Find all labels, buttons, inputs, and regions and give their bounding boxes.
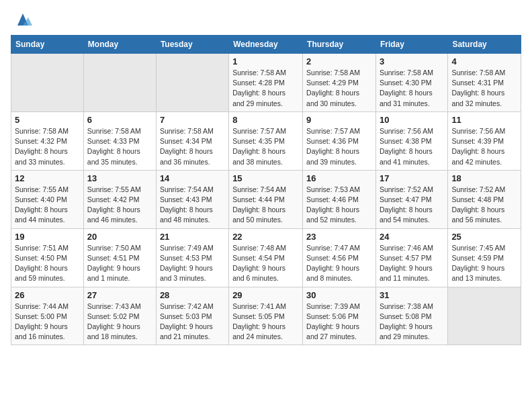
calendar-cell: 31 Sunrise: 7:38 AM Sunset: 5:08 PM Dayl… <box>375 287 447 345</box>
day-info: Sunrise: 7:58 AM Sunset: 4:30 PM Dayligh… <box>380 68 433 107</box>
day-number: 8 <box>232 115 299 125</box>
day-number: 3 <box>380 56 444 66</box>
day-number: 1 <box>232 56 299 66</box>
day-number: 21 <box>160 232 225 242</box>
calendar-cell: 26 Sunrise: 7:44 AM Sunset: 5:00 PM Dayl… <box>11 287 84 345</box>
day-number: 15 <box>232 173 299 183</box>
day-info: Sunrise: 7:46 AM Sunset: 4:57 PM Dayligh… <box>380 244 433 283</box>
calendar-cell: 22 Sunrise: 7:48 AM Sunset: 4:54 PM Dayl… <box>229 228 303 287</box>
weekday-header: Monday <box>83 36 156 54</box>
day-number: 14 <box>160 173 225 183</box>
day-info: Sunrise: 7:58 AM Sunset: 4:29 PM Dayligh… <box>306 68 360 107</box>
logo-icon <box>13 11 32 30</box>
day-info: Sunrise: 7:42 AM Sunset: 5:03 PM Dayligh… <box>160 302 214 341</box>
calendar-cell: 18 Sunrise: 7:52 AM Sunset: 4:48 PM Dayl… <box>448 170 521 228</box>
day-number: 22 <box>232 232 299 242</box>
day-info: Sunrise: 7:56 AM Sunset: 4:39 PM Dayligh… <box>451 127 505 166</box>
day-number: 27 <box>87 290 152 300</box>
calendar-cell: 17 Sunrise: 7:52 AM Sunset: 4:47 PM Dayl… <box>375 170 447 228</box>
day-info: Sunrise: 7:39 AM Sunset: 5:06 PM Dayligh… <box>306 302 360 341</box>
weekday-header: Thursday <box>303 36 376 54</box>
day-number: 17 <box>380 173 444 183</box>
calendar-table: SundayMondayTuesdayWednesdayThursdayFrid… <box>11 35 521 345</box>
calendar-cell: 7 Sunrise: 7:58 AM Sunset: 4:34 PM Dayli… <box>156 111 228 170</box>
day-info: Sunrise: 7:57 AM Sunset: 4:35 PM Dayligh… <box>232 127 286 166</box>
day-number: 20 <box>87 232 152 242</box>
day-info: Sunrise: 7:53 AM Sunset: 4:46 PM Dayligh… <box>306 185 360 224</box>
day-info: Sunrise: 7:38 AM Sunset: 5:08 PM Dayligh… <box>380 302 433 341</box>
calendar-cell: 16 Sunrise: 7:53 AM Sunset: 4:46 PM Dayl… <box>303 170 376 228</box>
calendar-cell: 3 Sunrise: 7:58 AM Sunset: 4:30 PM Dayli… <box>375 54 447 112</box>
day-info: Sunrise: 7:55 AM Sunset: 4:40 PM Dayligh… <box>15 185 69 224</box>
day-info: Sunrise: 7:41 AM Sunset: 5:05 PM Dayligh… <box>232 302 286 341</box>
day-number: 4 <box>451 56 517 66</box>
page-header <box>11 11 521 30</box>
day-info: Sunrise: 7:50 AM Sunset: 4:51 PM Dayligh… <box>87 244 141 283</box>
day-number: 7 <box>160 115 225 125</box>
day-number: 23 <box>306 232 372 242</box>
day-number: 25 <box>451 232 517 242</box>
day-info: Sunrise: 7:49 AM Sunset: 4:53 PM Dayligh… <box>160 244 214 283</box>
day-number: 19 <box>15 232 80 242</box>
calendar-cell: 21 Sunrise: 7:49 AM Sunset: 4:53 PM Dayl… <box>156 228 228 287</box>
calendar-cell: 5 Sunrise: 7:58 AM Sunset: 4:32 PM Dayli… <box>11 111 84 170</box>
day-number: 16 <box>306 173 372 183</box>
day-info: Sunrise: 7:58 AM Sunset: 4:31 PM Dayligh… <box>451 68 505 107</box>
calendar-cell: 24 Sunrise: 7:46 AM Sunset: 4:57 PM Dayl… <box>375 228 447 287</box>
day-info: Sunrise: 7:44 AM Sunset: 5:00 PM Dayligh… <box>15 302 69 341</box>
weekday-header: Friday <box>375 36 447 54</box>
calendar-cell: 9 Sunrise: 7:57 AM Sunset: 4:36 PM Dayli… <box>303 111 376 170</box>
calendar-cell: 14 Sunrise: 7:54 AM Sunset: 4:43 PM Dayl… <box>156 170 228 228</box>
calendar-cell: 30 Sunrise: 7:39 AM Sunset: 5:06 PM Dayl… <box>303 287 376 345</box>
calendar-cell <box>11 54 84 112</box>
day-number: 18 <box>451 173 517 183</box>
day-number: 2 <box>306 56 372 66</box>
calendar-cell: 8 Sunrise: 7:57 AM Sunset: 4:35 PM Dayli… <box>229 111 303 170</box>
day-number: 11 <box>451 115 517 125</box>
day-info: Sunrise: 7:43 AM Sunset: 5:02 PM Dayligh… <box>87 302 141 341</box>
day-number: 31 <box>380 290 444 300</box>
day-info: Sunrise: 7:54 AM Sunset: 4:43 PM Dayligh… <box>160 185 214 224</box>
calendar-cell: 10 Sunrise: 7:56 AM Sunset: 4:38 PM Dayl… <box>375 111 447 170</box>
calendar-cell: 20 Sunrise: 7:50 AM Sunset: 4:51 PM Dayl… <box>83 228 156 287</box>
day-number: 6 <box>87 115 152 125</box>
weekday-header: Tuesday <box>156 36 228 54</box>
day-info: Sunrise: 7:58 AM Sunset: 4:33 PM Dayligh… <box>87 127 141 166</box>
day-number: 26 <box>15 290 80 300</box>
day-number: 10 <box>380 115 444 125</box>
calendar-cell: 25 Sunrise: 7:45 AM Sunset: 4:59 PM Dayl… <box>448 228 521 287</box>
calendar-cell: 15 Sunrise: 7:54 AM Sunset: 4:44 PM Dayl… <box>229 170 303 228</box>
day-number: 5 <box>15 115 80 125</box>
calendar-cell: 23 Sunrise: 7:47 AM Sunset: 4:56 PM Dayl… <box>303 228 376 287</box>
day-info: Sunrise: 7:51 AM Sunset: 4:50 PM Dayligh… <box>15 244 69 283</box>
day-info: Sunrise: 7:57 AM Sunset: 4:36 PM Dayligh… <box>306 127 360 166</box>
day-info: Sunrise: 7:58 AM Sunset: 4:34 PM Dayligh… <box>160 127 214 166</box>
calendar-cell: 12 Sunrise: 7:55 AM Sunset: 4:40 PM Dayl… <box>11 170 84 228</box>
day-number: 9 <box>306 115 372 125</box>
day-info: Sunrise: 7:55 AM Sunset: 4:42 PM Dayligh… <box>87 185 141 224</box>
day-info: Sunrise: 7:58 AM Sunset: 4:28 PM Dayligh… <box>232 68 286 107</box>
calendar-cell: 28 Sunrise: 7:42 AM Sunset: 5:03 PM Dayl… <box>156 287 228 345</box>
calendar-cell: 19 Sunrise: 7:51 AM Sunset: 4:50 PM Dayl… <box>11 228 84 287</box>
calendar-cell <box>156 54 228 112</box>
day-info: Sunrise: 7:58 AM Sunset: 4:32 PM Dayligh… <box>15 127 69 166</box>
day-info: Sunrise: 7:47 AM Sunset: 4:56 PM Dayligh… <box>306 244 360 283</box>
day-number: 12 <box>15 173 80 183</box>
calendar-cell: 6 Sunrise: 7:58 AM Sunset: 4:33 PM Dayli… <box>83 111 156 170</box>
calendar-cell <box>448 287 521 345</box>
day-info: Sunrise: 7:56 AM Sunset: 4:38 PM Dayligh… <box>380 127 433 166</box>
day-number: 13 <box>87 173 152 183</box>
day-info: Sunrise: 7:52 AM Sunset: 4:48 PM Dayligh… <box>451 185 505 224</box>
day-number: 29 <box>232 290 299 300</box>
day-number: 28 <box>160 290 225 300</box>
logo <box>11 11 32 30</box>
weekday-header: Saturday <box>448 36 521 54</box>
day-number: 30 <box>306 290 372 300</box>
day-info: Sunrise: 7:48 AM Sunset: 4:54 PM Dayligh… <box>232 244 286 283</box>
calendar-cell: 1 Sunrise: 7:58 AM Sunset: 4:28 PM Dayli… <box>229 54 303 112</box>
calendar-cell: 27 Sunrise: 7:43 AM Sunset: 5:02 PM Dayl… <box>83 287 156 345</box>
calendar-cell: 4 Sunrise: 7:58 AM Sunset: 4:31 PM Dayli… <box>448 54 521 112</box>
day-info: Sunrise: 7:52 AM Sunset: 4:47 PM Dayligh… <box>380 185 433 224</box>
weekday-header: Sunday <box>11 36 84 54</box>
weekday-header: Wednesday <box>229 36 303 54</box>
